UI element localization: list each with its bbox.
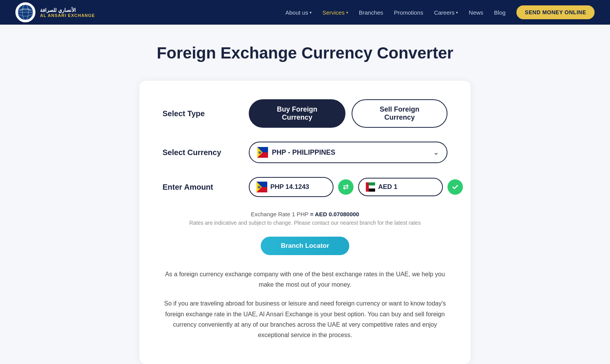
select-currency-row: Select Currency PHP - PHILIPPINES xyxy=(163,142,447,163)
nav-careers[interactable]: Careers ▾ xyxy=(434,9,458,16)
enter-amount-label: Enter Amount xyxy=(163,183,240,192)
description-2: So if you are traveling abroad for busin… xyxy=(163,298,447,340)
nav-services[interactable]: Services ▾ xyxy=(322,9,348,16)
nav-promotions[interactable]: Promotions xyxy=(394,9,423,16)
swap-icon xyxy=(342,184,349,190)
description-section: As a foreign currency exchange company w… xyxy=(163,269,447,340)
select-type-row: Select Type Buy Foreign Currency Sell Fo… xyxy=(163,99,447,128)
confirm-button[interactable] xyxy=(447,179,463,195)
php-amount-wrap xyxy=(249,177,333,197)
currency-name: PHP - PHILIPPINES xyxy=(272,149,335,157)
check-icon xyxy=(452,184,459,190)
currency-dropdown[interactable]: PHP - PHILIPPINES ⌄ xyxy=(249,142,447,163)
description-1: As a foreign currency exchange company w… xyxy=(163,269,447,290)
dropdown-chevron-icon: ⌄ xyxy=(433,148,439,157)
chevron-icon: ▾ xyxy=(346,10,348,15)
logo[interactable]: الأنصاري للصرافة AL ANSARI EXCHANGE xyxy=(15,2,95,22)
aed-amount-input[interactable] xyxy=(378,183,428,191)
buy-currency-button[interactable]: Buy Foreign Currency xyxy=(249,99,345,128)
main-content: Foreign Exchange Currency Converter Sele… xyxy=(132,25,478,364)
chevron-icon: ▾ xyxy=(456,10,458,15)
rate-note: Rates are indicative and subject to chan… xyxy=(163,220,447,226)
logo-icon xyxy=(15,2,35,22)
amount-fields xyxy=(249,177,463,197)
branch-locator-button[interactable]: Branch Locator xyxy=(261,237,349,255)
page-title: Foreign Exchange Currency Converter xyxy=(139,44,471,62)
enter-amount-row: Enter Amount xyxy=(163,177,447,197)
php-amount-flag-icon xyxy=(256,182,267,192)
logo-text: الأنصاري للصرافة AL ANSARI EXCHANGE xyxy=(40,7,95,18)
type-buttons: Buy Foreign Currency Sell Foreign Curren… xyxy=(249,99,447,128)
sell-currency-button[interactable]: Sell Foreign Currency xyxy=(352,99,447,128)
navbar: الأنصاري للصرافة AL ANSARI EXCHANGE Abou… xyxy=(0,0,610,25)
select-type-label: Select Type xyxy=(163,109,240,118)
converter-card: Select Type Buy Foreign Currency Sell Fo… xyxy=(139,81,471,364)
select-currency-label: Select Currency xyxy=(163,148,240,157)
nav-links: About us ▾ Services ▾ Branches Promotion… xyxy=(285,5,595,19)
uae-flag-icon xyxy=(366,182,375,192)
aed-amount-wrap xyxy=(358,178,443,196)
exchange-rate-value: = AED 0.07080000 xyxy=(310,211,359,217)
nav-branches[interactable]: Branches xyxy=(359,9,383,16)
swap-button[interactable] xyxy=(338,179,354,195)
svg-rect-21 xyxy=(366,182,369,192)
php-amount-input[interactable] xyxy=(270,183,320,191)
nav-blog[interactable]: Blog xyxy=(494,9,506,16)
send-money-button[interactable]: SEND MONEY ONLINE xyxy=(516,5,595,19)
nav-about[interactable]: About us ▾ xyxy=(285,9,312,16)
chevron-icon: ▾ xyxy=(310,10,312,15)
php-flag-icon xyxy=(257,147,268,158)
nav-news[interactable]: News xyxy=(469,9,483,16)
exchange-rate: Exchange Rate 1 PHP = AED 0.07080000 xyxy=(163,211,447,217)
